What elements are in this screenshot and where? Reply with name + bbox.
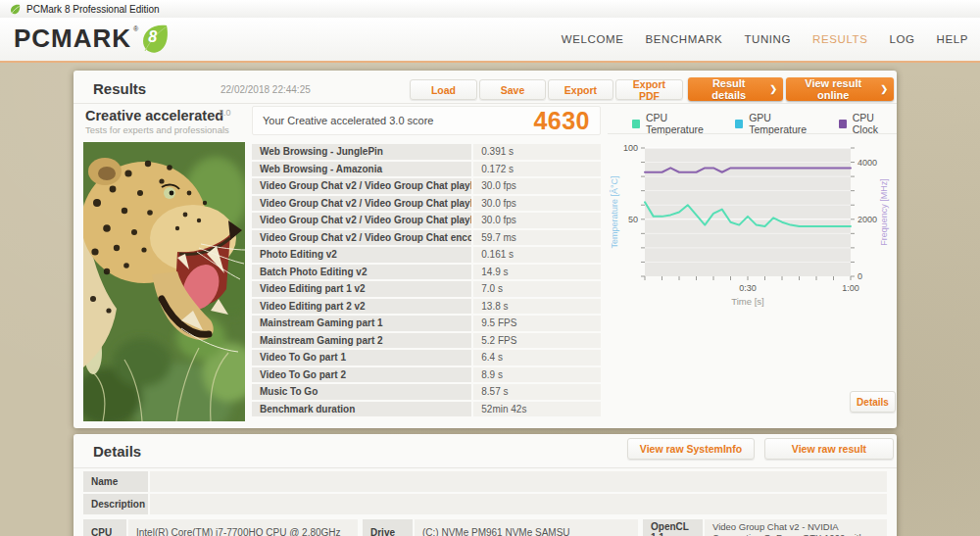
test-version: 3.0 [219,108,231,118]
export-button[interactable]: Export [548,79,613,100]
result-row-label: Photo Editing v2 [252,247,471,263]
result-row-value: 6.4 s [473,350,601,365]
result-row-label: Video Editing part 2 v2 [252,299,471,315]
legend-swatch-icon [839,120,847,128]
cpu-field-label: CPU [83,519,126,536]
result-details-label: Result details [694,77,763,101]
result-row-value: 59.7 ms [473,230,601,246]
test-name: Creative accelerated [85,108,223,123]
chevron-right-icon: ❯ [769,84,777,94]
svg-text:50: 50 [628,215,638,224]
result-row: Benchmark duration52min 42s [252,402,601,417]
legend-label: CPU Clock [853,112,897,135]
view-result-online-label: View result online [792,77,874,101]
nav-tuning[interactable]: TUNING [744,33,791,45]
result-row-label: Web Browsing - JunglePin [252,144,471,160]
nav-log[interactable]: LOG [889,33,914,45]
result-row: Video Group Chat v2 / Video Group Chat p… [252,213,601,228]
result-row-label: Video To Go part 2 [252,367,471,383]
score-label: Your Creative accelerated 3.0 score [263,115,433,126]
leopard-image [83,142,245,421]
result-row: Video To Go part 28.9 s [252,367,601,383]
result-row-value: 5.2 FPS [473,333,601,349]
result-row-value: 13.8 s [473,299,601,315]
test-subtitle: Tests for experts and professionals [85,124,229,135]
svg-text:0: 0 [858,271,862,281]
nav-welcome[interactable]: WELCOME [562,33,624,45]
accent-divider [0,61,980,63]
result-row: Mainstream Gaming part 25.2 FPS [252,333,601,349]
pcmark-logo-text: PCMARK [14,24,131,53]
svg-text:0:30: 0:30 [739,283,757,293]
result-row: Photo Editing v20.161 s [252,247,601,263]
result-row-value: 52min 42s [473,402,601,417]
result-row-value: 30.0 fps [473,196,601,212]
legend-label: CPU Temperature [646,112,718,135]
view-raw-result-button[interactable]: View raw result [764,438,894,460]
result-row: Video Group Chat v2 / Video Group Chat p… [252,178,601,194]
result-row-value: 0.161 s [473,247,601,263]
result-row-value: 30.0 fps [473,178,601,194]
chart-legend: CPU TemperatureGPU TemperatureCPU Clock [632,112,897,135]
legend-item: CPU Clock [839,112,897,135]
legend-label: GPU Temperature [749,112,822,135]
results-panel: Results 22/02/2018 22:44:25 Load Save Ex… [74,71,897,428]
export-pdf-button[interactable]: Export PDF [615,79,683,100]
result-row-value: 30.0 fps [473,213,601,228]
save-button[interactable]: Save [479,79,546,100]
result-rows-table: Web Browsing - JunglePin0.391 sWeb Brows… [252,144,601,416]
pcmark-window: { "window": { "title": "PCMark 8 Profess… [0,0,980,536]
pcmark-leaf-icon: 8 [140,24,170,55]
view-raw-systeminfo-button[interactable]: View raw SystemInfo [627,438,755,460]
svg-text:100: 100 [623,143,638,153]
svg-text:Temperature [Â°C]: Temperature [Â°C] [610,175,619,248]
main-nav: WELCOMEBENCHMARKTUNINGRESULTSLOGHELP [562,18,968,61]
nav-benchmark[interactable]: BENCHMARK [645,33,722,45]
pcmark-app-icon [10,4,21,15]
drive-field-value: (C:) NVMe PM961 NVMe SAMSU [415,519,638,536]
result-row-label: Music To Go [252,384,471,400]
view-result-online-button[interactable]: View result online ❯ [786,77,894,101]
results-title: Results [93,80,146,97]
chart-container: 501000200040000:301:00Time [s]Temperatur… [608,133,897,315]
results-timestamp: 22/02/2018 22:44:25 [220,84,311,95]
result-row-label: Mainstream Gaming part 1 [252,316,471,331]
description-field-label: Description [83,494,148,514]
load-button[interactable]: Load [410,79,477,100]
legend-swatch-icon [632,120,640,128]
svg-text:1:00: 1:00 [842,283,859,293]
opencl-field-label: OpenCL 1.1 [643,519,703,536]
chart-details-button[interactable]: Details [850,391,896,413]
legend-swatch-icon [735,120,743,128]
result-row-value: 0.391 s [473,144,601,160]
window-titlebar: PCMark 8 Professional Edition [0,0,980,19]
logo-badge-8: 8 [148,28,157,46]
result-row: Mainstream Gaming part 19.5 FPS [252,316,601,331]
result-row-value: 0.172 s [473,162,601,177]
registered-mark: ® [133,25,138,32]
details-panel: Details View raw SystemInfo View raw res… [74,434,897,536]
result-row: Video Group Chat v2 / Video Group Chat e… [252,230,601,246]
result-row: Video Editing part 1 v27.0 s [252,281,601,297]
score-card: Your Creative accelerated 3.0 score 4630 [252,106,601,135]
result-row: Web Browsing - JunglePin0.391 s [252,144,601,160]
result-details-button[interactable]: Result details ❯ [688,77,783,101]
result-row-label: Batch Photo Editing v2 [252,265,471,280]
result-row: Music To Go8.57 s [252,384,601,400]
result-row-label: Video Group Chat v2 / Video Group Chat p… [252,213,471,228]
result-row: Video To Go part 16.4 s [252,350,601,365]
cpu-field-value: Intel(R) Core(TM) i7-7700HQ CPU @ 2.80GH… [128,519,358,536]
result-row: Batch Photo Editing v214.9 s [252,265,601,280]
result-row-label: Web Browsing - Amazonia [252,162,471,177]
result-row-label: Video Group Chat v2 / Video Group Chat p… [252,196,471,212]
result-row-label: Video Editing part 1 v2 [252,281,471,297]
result-row-label: Video Group Chat v2 / Video Group Chat e… [252,230,471,246]
svg-text:Time [s]: Time [s] [731,296,763,307]
result-row: Video Editing part 2 v213.8 s [252,299,601,315]
app-header: PCMARK ® 8 WELCOMEBENCHMARKTUNINGRESULTS… [0,18,980,61]
result-row-value: 8.57 s [473,384,601,400]
result-row-value: 7.0 s [473,281,601,297]
nav-help[interactable]: HELP [937,33,968,45]
pcmark-logo: PCMARK ® 8 [14,24,170,55]
nav-results[interactable]: RESULTS [812,33,867,45]
